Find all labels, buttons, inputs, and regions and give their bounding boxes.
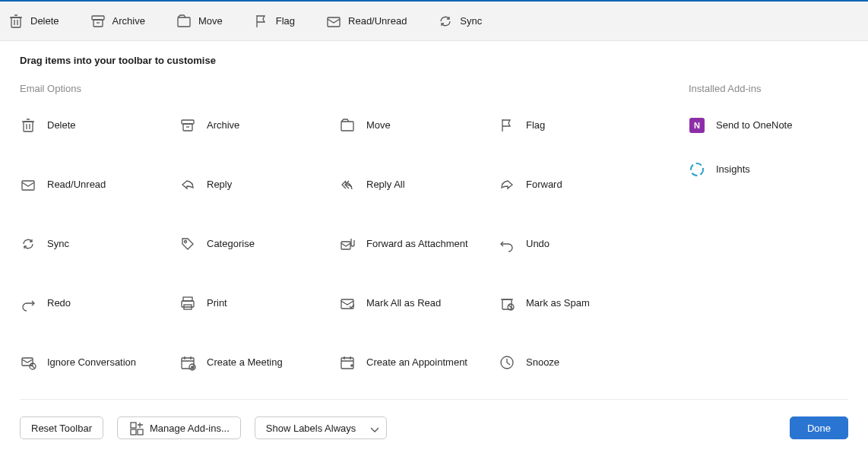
archive-icon: [90, 14, 105, 29]
addin-label: Send to OneNote: [716, 117, 792, 134]
addins-list: NSend to OneNoteInsights: [689, 109, 848, 198]
reset-toolbar-label: Reset Toolbar: [31, 423, 92, 434]
option-label: Categorise: [207, 236, 255, 252]
addins-title: Installed Add-ins: [689, 83, 848, 94]
option-archive[interactable]: Archive: [179, 109, 339, 169]
categorise-icon: [179, 236, 196, 252]
option-createmeeting[interactable]: Create a Meeting: [179, 347, 339, 391]
markallread-icon: [339, 295, 356, 312]
onenote-icon: N: [689, 117, 705, 134]
option-label: Mark as Spam: [526, 295, 590, 312]
replyall-icon: [339, 176, 356, 193]
option-label: Forward: [526, 176, 562, 193]
option-print[interactable]: Print: [179, 287, 339, 347]
toolbar-item-label: Move: [198, 15, 223, 27]
toolbar-item-label: Read/Unread: [348, 15, 407, 27]
option-createappt[interactable]: Create an Appointment: [339, 347, 499, 391]
option-label: Sync: [47, 236, 69, 252]
flag-icon: [499, 117, 515, 134]
createappt-icon: [339, 354, 356, 371]
option-label: Print: [207, 295, 227, 312]
toolbar-item-label: Flag: [276, 15, 295, 27]
addin-onenote[interactable]: NSend to OneNote: [689, 109, 848, 154]
fwd-attach-icon: [339, 236, 356, 252]
option-ignoreconv[interactable]: Ignore Conversation: [20, 347, 179, 391]
chevron-down-icon: [366, 421, 379, 435]
flag-icon: [253, 14, 268, 29]
option-label: Archive: [207, 117, 239, 134]
option-label: Read/Unread: [47, 176, 106, 193]
option-label: Create an Appointment: [366, 354, 467, 371]
option-label: Forward as Attachment: [366, 236, 468, 252]
delete-icon: [20, 117, 36, 134]
addin-insights[interactable]: Insights: [689, 154, 848, 198]
toolbar-item-readunread[interactable]: Read/Unread: [325, 14, 407, 29]
option-replyall[interactable]: Reply All: [339, 169, 499, 228]
toolbar-item-sync[interactable]: Sync: [437, 14, 482, 29]
reset-toolbar-button[interactable]: Reset Toolbar: [20, 416, 103, 439]
option-label: Delete: [47, 117, 76, 134]
option-readunread[interactable]: Read/Unread: [20, 169, 179, 228]
email-options-grid: DeleteArchiveMoveFlagRead/UnreadReplyRep…: [20, 109, 689, 391]
archive-icon: [179, 117, 196, 134]
option-delete[interactable]: Delete: [20, 109, 179, 169]
labels-mode-value: Show Labels Always: [266, 423, 356, 434]
footer: Reset Toolbar Manage Add-ins... Show Lab…: [20, 399, 848, 456]
readunread-icon: [325, 14, 341, 29]
redo-icon: [20, 295, 36, 312]
createmeeting-icon: [179, 354, 196, 371]
move-icon: [339, 117, 356, 134]
option-label: Ignore Conversation: [47, 354, 136, 371]
option-flag[interactable]: Flag: [499, 109, 658, 169]
sync-icon: [437, 14, 452, 29]
toolbar-item-label: Delete: [30, 15, 59, 27]
reply-icon: [179, 176, 196, 193]
toolbar-item-move[interactable]: Move: [176, 14, 223, 29]
undo-icon: [499, 236, 515, 252]
manage-addins-button[interactable]: Manage Add-ins...: [117, 416, 241, 439]
option-reply[interactable]: Reply: [179, 169, 339, 228]
option-undo[interactable]: Undo: [499, 228, 658, 287]
option-label: Redo: [47, 295, 71, 312]
option-label: Create a Meeting: [207, 354, 283, 371]
option-forward[interactable]: Forward: [499, 169, 658, 228]
customise-toolbar-window: Delete Archive Move Flag Read/Unread Syn…: [0, 0, 868, 456]
sync-icon: [20, 236, 36, 252]
email-options-title: Email Options: [20, 83, 689, 94]
option-markallread[interactable]: Mark All as Read: [339, 287, 499, 347]
delete-icon: [8, 14, 23, 29]
current-toolbar: Delete Archive Move Flag Read/Unread Syn…: [0, 2, 868, 41]
option-label: Reply: [207, 176, 232, 193]
option-label: Snooze: [526, 354, 559, 371]
forward-icon: [499, 176, 515, 193]
insights-icon: [689, 161, 705, 178]
readunread-icon: [20, 176, 36, 193]
addin-label: Insights: [716, 161, 750, 178]
hint-text: Drag items into your toolbar to customis…: [20, 55, 848, 66]
markspam-icon: [499, 295, 515, 312]
option-snooze[interactable]: Snooze: [499, 347, 658, 391]
snooze-icon: [499, 354, 515, 371]
option-markspam[interactable]: Mark as Spam: [499, 287, 658, 347]
move-icon: [176, 14, 191, 29]
toolbar-item-delete[interactable]: Delete: [8, 14, 59, 29]
option-label: Undo: [526, 236, 550, 252]
option-categorise[interactable]: Categorise: [179, 228, 339, 287]
print-icon: [179, 295, 196, 312]
option-move[interactable]: Move: [339, 109, 499, 169]
content-area: Drag items into your toolbar to customis…: [0, 41, 868, 391]
option-label: Mark All as Read: [366, 295, 441, 312]
done-button[interactable]: Done: [790, 416, 848, 439]
option-label: Reply All: [366, 176, 405, 193]
toolbar-item-label: Archive: [112, 15, 145, 27]
ignoreconv-icon: [20, 354, 36, 371]
manage-addins-label: Manage Add-ins...: [150, 423, 230, 434]
option-fwd-attach[interactable]: Forward as Attachment: [339, 228, 499, 287]
toolbar-item-archive[interactable]: Archive: [90, 14, 145, 29]
toolbar-item-flag[interactable]: Flag: [253, 14, 295, 29]
toolbar-item-label: Sync: [460, 15, 482, 27]
option-sync[interactable]: Sync: [20, 228, 179, 287]
option-redo[interactable]: Redo: [20, 287, 179, 347]
done-label: Done: [807, 423, 831, 434]
labels-mode-select[interactable]: Show Labels Always: [255, 416, 388, 439]
